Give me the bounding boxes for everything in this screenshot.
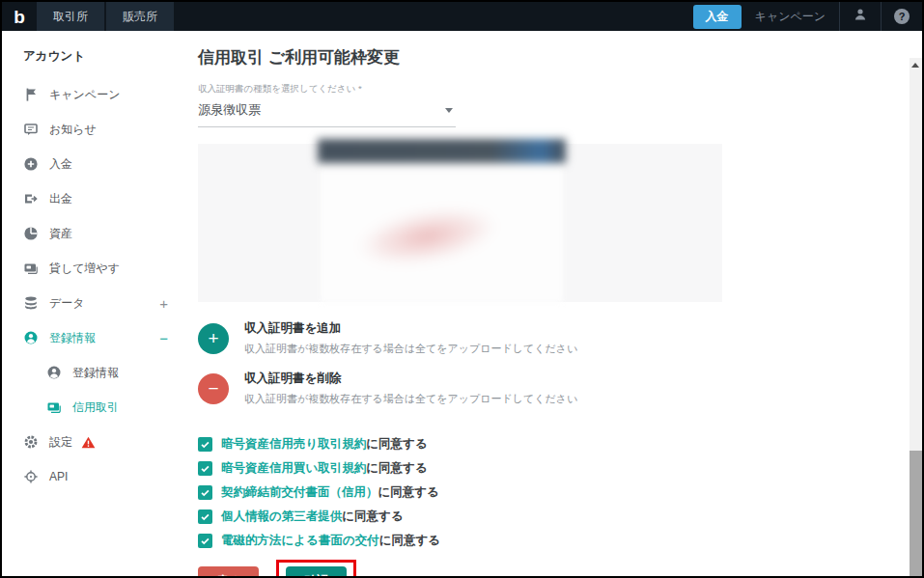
income-proof-preview-area — [198, 144, 722, 302]
sidebar-item-lending[interactable]: 貸して増やす — [23, 251, 183, 286]
person-circle-icon — [46, 365, 62, 380]
app-window: b 取引所 販売所 入金 キャンペーン ? アカウント — [0, 0, 924, 578]
agreement-link[interactable]: 電磁的方法による書面の交付 — [221, 534, 379, 547]
sidebar: アカウント キャンペーン お知らせ — [2, 31, 183, 576]
agreement-suffix: に同意する — [378, 485, 439, 499]
sidebar-item-assets[interactable]: 資産 — [23, 216, 183, 251]
sidebar-item-label: API — [49, 470, 68, 483]
tab-exchange[interactable]: 取引所 — [37, 2, 104, 31]
agreement-checkbox-checked[interactable] — [198, 534, 212, 548]
lend-card-icon — [23, 261, 39, 276]
agreement-checklist: 暗号資産信用売り取引規約に同意する 暗号資産信用買い取引規約に同意する — [198, 432, 922, 553]
expand-plus-icon[interactable]: + — [159, 296, 168, 311]
sidebar-item-label: 貸して増やす — [49, 261, 120, 277]
confirm-button[interactable]: 確認 — [286, 566, 347, 578]
account-menu-button[interactable] — [840, 2, 881, 31]
agreement-checkbox-checked[interactable] — [198, 485, 212, 500]
tab-sales[interactable]: 販売所 — [106, 2, 174, 31]
sidebar-item-label: 信用取引 — [72, 399, 119, 416]
agreement-row: 個人情報の第三者提供に同意する — [198, 505, 922, 529]
agreement-suffix: に同意する — [342, 509, 403, 523]
agreement-row: 暗号資産信用買い取引規約に同意する — [198, 456, 922, 481]
agreement-suffix: に同意する — [379, 534, 440, 547]
scroll-up-arrow-icon[interactable] — [911, 63, 919, 68]
preview-blur-blob — [354, 200, 501, 273]
remove-income-proof-button[interactable]: − — [198, 373, 229, 404]
add-income-proof-description: 収入証明書が複数枚存在する場合は全てをアップロードしてください — [244, 342, 577, 356]
income-proof-preview-image — [321, 142, 563, 303]
sidebar-item-label: 出金 — [49, 191, 72, 207]
agreement-link[interactable]: 暗号資産信用買い取引規約 — [221, 461, 366, 475]
gear-icon — [23, 434, 39, 450]
agreement-checkbox-checked[interactable] — [198, 509, 212, 524]
sidebar-item-label: データ — [49, 295, 85, 312]
sidebar-item-notifications[interactable]: お知らせ — [23, 112, 183, 147]
chevron-down-icon — [445, 108, 453, 113]
remove-income-proof-title: 収入証明書を削除 — [244, 371, 577, 387]
sidebar-item-campaign[interactable]: キャンペーン — [23, 77, 183, 112]
agreement-checkbox-checked[interactable] — [198, 437, 212, 452]
sidebar-item-withdraw[interactable]: 出金 — [23, 181, 183, 216]
sidebar-item-registration-parent[interactable]: 登録情報 − — [23, 320, 183, 355]
collapse-minus-icon[interactable]: − — [159, 331, 168, 345]
navbar-right: 入金 キャンペーン ? — [693, 2, 922, 31]
document-type-select[interactable]: 収入証明書の種類を選択してください * 源泉徴収票 — [198, 83, 456, 127]
document-type-select-label: 収入証明書の種類を選択してください * — [198, 83, 456, 96]
sidebar-item-settings[interactable]: 設定 — [23, 425, 183, 459]
agreement-link[interactable]: 暗号資産信用売り取引規約 — [221, 437, 366, 451]
sidebar-item-data[interactable]: データ + — [23, 286, 183, 320]
campaign-link[interactable]: キャンペーン — [755, 9, 826, 25]
warning-triangle-icon — [81, 435, 96, 450]
database-icon — [23, 295, 39, 311]
person-icon — [853, 7, 868, 26]
agreement-checkbox-checked[interactable] — [198, 461, 212, 476]
help-icon: ? — [894, 9, 910, 24]
sidebar-item-label: 登録情報 — [72, 365, 119, 381]
agreement-row: 電磁的方法による書面の交付に同意する — [198, 529, 922, 553]
vertical-scrollbar[interactable] — [910, 58, 922, 576]
add-income-proof-row: + 収入証明書を追加 収入証明書が複数枚存在する場合は全てをアップロードしてくだ… — [198, 320, 922, 356]
assets-pie-icon — [23, 226, 39, 241]
agreement-link[interactable]: 個人情報の第三者提供 — [221, 509, 342, 523]
sidebar-item-label: 設定 — [49, 434, 72, 451]
top-navbar: b 取引所 販売所 入金 キャンペーン ? — [2, 2, 922, 31]
page-title: 信用取引 ご利用可能枠変更 — [198, 46, 922, 69]
add-income-proof-title: 収入証明書を追加 — [244, 320, 577, 337]
agreement-row: 契約締結前交付書面（信用）に同意する — [198, 481, 922, 505]
confirm-annotation-box: 確認 — [276, 560, 356, 578]
person-circle-icon — [23, 330, 39, 345]
main-content: 信用取引 ご利用可能枠変更 収入証明書の種類を選択してください * 源泉徴収票 … — [183, 31, 922, 576]
sidebar-item-api[interactable]: API — [23, 459, 183, 494]
withdraw-icon — [23, 191, 39, 206]
bitbank-logo-icon[interactable]: b — [2, 2, 37, 31]
api-crosshair-icon — [23, 469, 39, 484]
margin-card-icon — [46, 399, 62, 415]
sidebar-subitem-margin-trading[interactable]: 信用取引 — [23, 390, 183, 425]
agreement-row: 暗号資産信用売り取引規約に同意する — [198, 432, 922, 456]
help-button[interactable]: ? — [882, 2, 922, 31]
agreement-suffix: に同意する — [366, 437, 427, 451]
form-buttons-row: 戻る 確認 — [198, 560, 922, 578]
preview-blur-topbar — [318, 139, 566, 163]
sidebar-item-label: お知らせ — [49, 122, 97, 138]
sidebar-item-label: 資産 — [49, 226, 72, 242]
agreement-suffix: に同意する — [366, 461, 427, 475]
sidebar-item-label: 入金 — [49, 156, 72, 173]
sidebar-item-deposit[interactable]: 入金 — [23, 147, 183, 181]
agreement-link[interactable]: 契約締結前交付書面（信用） — [221, 485, 378, 499]
announcement-icon — [23, 122, 39, 137]
deposit-button[interactable]: 入金 — [693, 5, 742, 29]
sidebar-item-label: 登録情報 — [49, 330, 96, 346]
flag-icon — [23, 87, 39, 102]
scrollbar-thumb[interactable] — [910, 451, 922, 576]
sidebar-header: アカウント — [23, 48, 183, 65]
document-type-select-value: 源泉徴収票 — [198, 101, 261, 119]
deposit-circle-plus-icon — [23, 156, 39, 172]
add-income-proof-button[interactable]: + — [198, 323, 229, 354]
remove-income-proof-description: 収入証明書が複数枚存在する場合は全てをアップロードしてください — [244, 392, 577, 406]
sidebar-item-label: キャンペーン — [49, 87, 120, 103]
sidebar-subitem-registration[interactable]: 登録情報 — [23, 355, 183, 390]
remove-income-proof-row: − 収入証明書を削除 収入証明書が複数枚存在する場合は全てをアップロードしてくだ… — [198, 371, 922, 406]
back-button[interactable]: 戻る — [198, 566, 259, 578]
